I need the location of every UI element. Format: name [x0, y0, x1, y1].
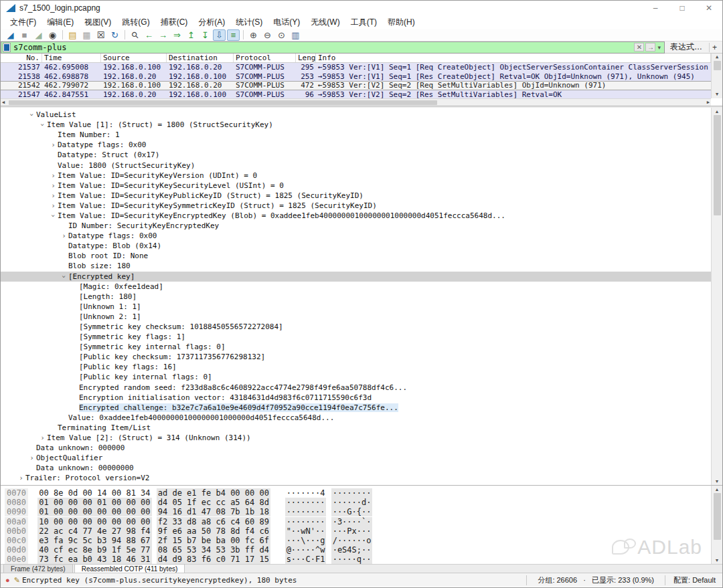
tree-item[interactable]: Datatype: Blob (0x14) [1, 241, 711, 251]
hex-row[interactable]: 00a0 10 00 00 00 00 00 00 00 f2 33 d8 a8… [5, 517, 372, 526]
filter-add-button[interactable]: + [709, 43, 722, 52]
tree-item[interactable]: Encrypted challenge: b32e7c7a6a10e9e4609… [1, 403, 711, 413]
menu-item-1[interactable]: 编辑(E) [42, 15, 79, 29]
menu-item-4[interactable]: 捕获(C) [155, 15, 193, 29]
hex-row[interactable]: 00e0 73 fc ea b0 43 18 46 31 d4 d9 83 f6… [5, 555, 372, 564]
open-file-icon[interactable]: ▤ [66, 29, 79, 41]
minimize-button[interactable]: – [642, 1, 669, 15]
packet-row[interactable]: 21542462.799072192.168.0.100192.168.0.20… [1, 81, 711, 90]
filter-apply-icon[interactable]: → [645, 43, 655, 52]
tree-item[interactable]: ›Item Value: ID=SecurityKeySymmetricKeyI… [1, 201, 711, 211]
tree-item[interactable]: [Symmetric key checksum: 101884505565722… [1, 322, 711, 332]
colorize-icon[interactable]: ≡ [227, 29, 240, 41]
tree-item[interactable]: Item Number: 1 [1, 130, 711, 140]
go-top-icon[interactable]: ↥ [185, 29, 197, 41]
menu-item-7[interactable]: 电话(Y) [268, 15, 305, 29]
hex-row[interactable]: 00b0 22 ac c4 77 4e 27 98 f4 9f e6 aa 50… [5, 526, 372, 536]
tree-item[interactable]: [Public key checksum: 173711735677629813… [1, 352, 711, 362]
filter-clear-icon[interactable]: ✕ [634, 43, 644, 52]
go-bottom-icon[interactable]: ↧ [199, 29, 212, 41]
menu-item-2[interactable]: 视图(V) [79, 15, 116, 29]
tree-item[interactable]: ›ObjectQualifier [1, 453, 711, 463]
zoom-out-icon[interactable]: ⊖ [261, 29, 274, 41]
filter-bookmark-icon[interactable] [3, 43, 10, 52]
stop-capture-icon[interactable]: ■ [18, 29, 31, 41]
byte-view-tab-1[interactable]: Reassembled COTP (411 bytes) [74, 564, 185, 573]
display-filter-input[interactable]: s7comm-plus ✕ → ▾ [1, 41, 665, 54]
tree-item[interactable]: [Length: 180] [1, 292, 711, 302]
column-header-destination[interactable]: Destination [167, 54, 234, 62]
collapse-arrow-icon[interactable]: › [27, 110, 36, 119]
column-header-no[interactable]: No. [1, 54, 42, 62]
hex-row[interactable]: 00d0 40 cf ec 8e b9 1f 5e 77 08 65 53 34… [5, 545, 372, 555]
tree-item[interactable]: Encryption initialisation vector: 431846… [1, 393, 711, 403]
menu-item-5[interactable]: 分析(A) [193, 15, 230, 29]
collapse-arrow-icon[interactable]: › [49, 211, 58, 220]
tree-item[interactable]: Blob size: 180 [1, 261, 711, 271]
capture-options-icon[interactable]: ◉ [46, 29, 59, 41]
tree-item[interactable]: [Unknown 2: 1] [1, 312, 711, 322]
tree-item[interactable]: [Public key internal flags: 0] [1, 372, 711, 382]
go-to-packet-icon[interactable]: ⇒ [171, 29, 183, 41]
expand-arrow-icon[interactable]: › [38, 433, 47, 442]
tree-item[interactable]: ›Item Value: ID=SecurityKeyVersion (UDIn… [1, 171, 711, 181]
tree-item[interactable]: Encrypted random seed: f233d8a8c6c460892… [1, 383, 711, 393]
expression-button[interactable]: 表达式… [665, 41, 708, 53]
tree-item[interactable]: ›ValueList [1, 110, 711, 120]
tree-item[interactable]: ›Datatype flags: 0x00 [1, 231, 711, 241]
column-header-source[interactable]: Source [101, 54, 167, 62]
menu-item-10[interactable]: 帮助(H) [382, 15, 420, 29]
tree-item[interactable]: ›Item Value: ID=SecurityKeyPublicKeyID (… [1, 191, 711, 201]
tree-item[interactable]: Value: 0xaddee1feb4000000010000000100000… [1, 413, 711, 423]
expand-arrow-icon[interactable]: › [49, 181, 58, 190]
tree-item[interactable]: Value: 1800 (StructSecurityKey) [1, 160, 711, 170]
packet-row[interactable]: 21547462.847551192.168.0.20192.168.0.100… [1, 90, 711, 99]
go-forward-icon[interactable]: → [157, 29, 169, 41]
tree-item[interactable]: ›Item Value [2]: (Struct) = 314 (Unknown… [1, 433, 711, 443]
tree-item[interactable]: ›Item Value: ID=SecurityKeySecurityLevel… [1, 181, 711, 191]
tree-item[interactable]: Terminating Item/List [1, 423, 711, 433]
tree-item[interactable]: Blob root ID: None [1, 251, 711, 261]
menu-item-3[interactable]: 跳转(G) [116, 15, 155, 29]
tree-item[interactable]: Data unknown: 000000 [1, 443, 711, 453]
column-header-info[interactable]: Info [316, 54, 711, 62]
column-header-protocol[interactable]: Protocol [234, 54, 296, 62]
find-packet-icon[interactable]: ⚲ [129, 29, 141, 41]
collapse-arrow-icon[interactable]: › [60, 272, 68, 281]
zoom-in-icon[interactable]: ⊕ [247, 29, 260, 41]
packet-row[interactable]: 21537462.695008192.168.0.100192.168.0.20… [1, 63, 711, 72]
packet-list-horizontal-scrollbar[interactable]: ◀ ▶ [1, 98, 711, 106]
tree-item[interactable]: ›Datatype flags: 0x00 [1, 140, 711, 150]
menu-item-6[interactable]: 统计(S) [230, 15, 268, 29]
menu-item-8[interactable]: 无线(W) [305, 15, 345, 29]
tree-item[interactable]: ID Number: SecurityKeyEncryptedKey [1, 221, 711, 231]
close-file-icon[interactable]: ☒ [94, 29, 107, 41]
tree-item[interactable]: ›[Encrypted key] [1, 272, 711, 282]
expand-arrow-icon[interactable]: › [17, 474, 25, 482]
zoom-original-icon[interactable]: ⊙ [275, 29, 288, 41]
auto-scroll-icon[interactable]: ⇩ [213, 29, 226, 41]
packet-row[interactable]: 21538462.698878192.168.0.20192.168.0.100… [1, 72, 711, 82]
detail-tree-scrollbar[interactable]: ▲ ▼ [711, 108, 722, 485]
expand-arrow-icon[interactable]: › [49, 140, 58, 149]
reload-file-icon[interactable]: ↻ [108, 29, 121, 41]
profile-indicator[interactable]: 配置: Default [665, 575, 722, 585]
column-header-leng[interactable]: Leng [296, 54, 316, 62]
hex-row[interactable]: 0070 00 8e 0d 00 14 00 81 34 ad de e1 fe… [5, 488, 372, 498]
byte-view-tab-0[interactable]: Frame (472 bytes) [3, 564, 73, 573]
expand-arrow-icon[interactable]: › [49, 171, 58, 180]
capture-comment-icon[interactable]: ✎ [14, 576, 20, 585]
packet-list-vertical-scrollbar[interactable]: ▲ ▼ [711, 54, 722, 98]
tree-item[interactable]: ›Item Value [1]: (Struct) = 1800 (Struct… [1, 120, 711, 130]
filter-dropdown-icon[interactable]: ▾ [657, 44, 661, 51]
go-back-icon[interactable]: ← [143, 29, 155, 41]
tree-item[interactable]: [Magic: 0xfee1dead] [1, 282, 711, 292]
tree-item[interactable]: [Symmetric key internal flags: 0] [1, 342, 711, 352]
restart-capture-icon[interactable]: ◢ [32, 29, 45, 41]
tree-item[interactable]: [Public key flags: 16] [1, 362, 711, 372]
tree-item[interactable]: ›Item Value: ID=SecurityKeyEncryptedKey … [1, 211, 711, 221]
expand-arrow-icon[interactable]: › [60, 231, 68, 240]
save-file-icon[interactable]: ▦ [80, 29, 93, 41]
tree-item[interactable]: [Unknown 1: 1] [1, 302, 711, 312]
hex-row[interactable]: 0090 01 00 00 00 00 00 00 00 94 16 d1 47… [5, 507, 372, 516]
